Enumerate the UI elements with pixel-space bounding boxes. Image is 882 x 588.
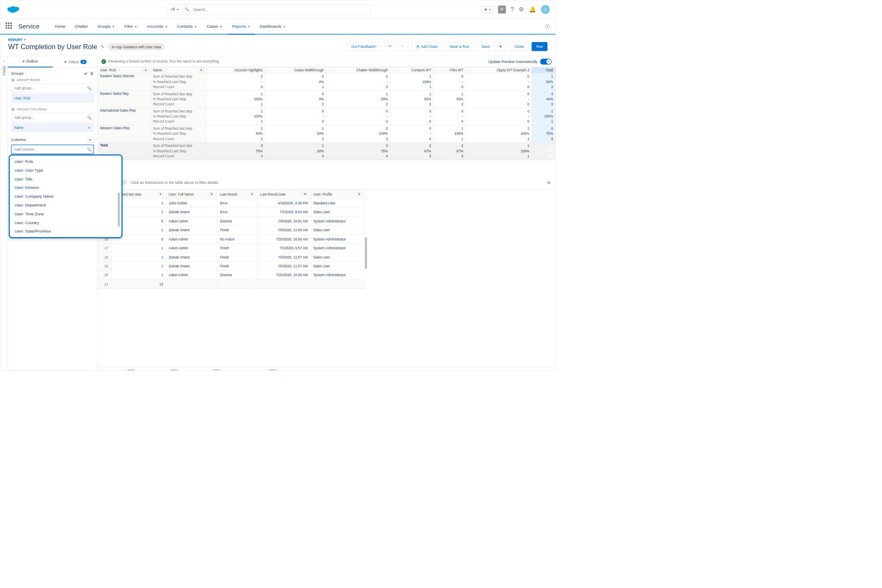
user-avatar[interactable] <box>541 5 550 14</box>
stacked-toggle[interactable] <box>267 370 279 371</box>
edit-title-icon[interactable]: ✎ <box>101 44 104 50</box>
feedback-button[interactable]: Got Feedback? <box>346 42 381 51</box>
grand-total-toggle[interactable] <box>211 370 223 371</box>
nav-chatter[interactable]: Chatter <box>70 19 93 34</box>
auto-preview-toggle[interactable] <box>540 59 552 65</box>
delete-icon[interactable]: 🗑 <box>90 71 94 76</box>
save-menu-button[interactable]: ▼ <box>494 42 507 51</box>
nav-info-icon[interactable]: ⓘ <box>545 23 550 29</box>
save-button[interactable]: Save <box>477 42 494 51</box>
run-button[interactable]: Run <box>532 42 548 51</box>
nav-accounts[interactable]: Accounts▼ <box>142 19 172 34</box>
expand-fields-icon[interactable]: › <box>3 59 5 63</box>
search-scope[interactable]: All▼ <box>168 4 182 14</box>
group-cols-label: ▥GROUP COLUMNS <box>11 107 94 111</box>
detail-scrollbar[interactable] <box>365 237 367 269</box>
search-icon: 🔍 <box>87 147 92 152</box>
group-cols-input[interactable] <box>11 113 94 122</box>
close-detail-icon[interactable]: ✕ <box>547 180 551 186</box>
group-col-pill[interactable]: Name✕ <box>11 123 94 132</box>
help-icon[interactable]: ? <box>511 6 514 13</box>
redo-button[interactable]: ↷ <box>396 42 408 51</box>
dropdown-item[interactable]: User: Country <box>10 218 121 227</box>
filters-tab[interactable]: ▼Filters2 <box>52 56 97 68</box>
group-rows-input[interactable] <box>11 84 94 92</box>
object-label[interactable]: REPORT▼ <box>8 38 165 42</box>
fields-rail-label[interactable]: Fields <box>2 65 6 76</box>
undo-button[interactable]: ↶ <box>384 42 396 51</box>
dropdown-item[interactable]: User: Department <box>10 201 121 209</box>
save-run-button[interactable]: Save & Run <box>445 42 474 51</box>
preview-status-icon: ✓ <box>101 59 106 64</box>
dropdown-item[interactable]: User: User Type <box>10 166 121 175</box>
global-add-button[interactable]: + <box>498 5 506 13</box>
detail-rows-toggle[interactable] <box>168 370 180 371</box>
report-title: WT Completion by User Role <box>8 43 97 51</box>
dropdown-item[interactable]: User: Title <box>10 175 121 183</box>
filter-icon: ▼ <box>63 60 67 64</box>
search-input[interactable] <box>191 7 371 11</box>
outline-tab[interactable]: ≡Outline <box>8 56 52 68</box>
nav-home[interactable]: Home <box>50 19 70 34</box>
favorites-button[interactable]: ★▼ <box>482 6 493 13</box>
nav-dashboards[interactable]: Dashboards▼ <box>255 19 291 34</box>
nav-cases[interactable]: Cases▼ <box>202 19 227 34</box>
group-rows-label: ▤GROUP ROWS <box>11 78 94 82</box>
app-name: Service <box>18 23 39 30</box>
search-icon: 🔍 <box>87 115 92 120</box>
setup-gear-icon[interactable]: ⚙ <box>519 6 524 13</box>
remove-icon[interactable]: ✕ <box>88 125 91 129</box>
group-row-pill[interactable]: User: Role <box>11 94 94 102</box>
columns-section-title: Columns <box>11 138 26 142</box>
info-icon: ⓘ <box>122 180 126 185</box>
report-type-badge: In-App Guidance with User Data <box>108 43 165 50</box>
detail-hint: Click an intersection in the table above… <box>131 180 219 185</box>
columns-menu-button[interactable]: ▼ <box>87 137 94 143</box>
dropdown-item[interactable]: User: Time Zone <box>10 209 121 218</box>
groups-section-title: Groups <box>11 71 24 76</box>
dropdown-item[interactable]: User: Role <box>10 157 121 166</box>
auto-preview-label: Update Preview Automatically <box>488 59 538 63</box>
global-search[interactable]: All▼ 🔍 <box>168 4 371 15</box>
nav-groups[interactable]: Groups▼ <box>93 19 120 34</box>
preview-message: Previewing a limited number of records. … <box>108 60 220 63</box>
dropdown-scrollbar[interactable] <box>118 193 120 227</box>
add-chart-button[interactable]: ◔Add Chart <box>412 42 442 51</box>
column-dropdown: User: Role User: User Type User: Title U… <box>9 154 123 238</box>
salesforce-logo[interactable] <box>5 5 19 14</box>
nav-files[interactable]: Files▼ <box>120 19 142 34</box>
search-icon: 🔍 <box>87 86 92 90</box>
dropdown-item[interactable]: User: Company Name <box>10 192 121 201</box>
dropdown-item[interactable]: User: State/Province <box>10 227 121 236</box>
nav-contacts[interactable]: Contacts▼ <box>172 19 202 34</box>
search-icon: 🔍 <box>185 8 189 11</box>
dropdown-item[interactable]: User: Division <box>10 183 121 192</box>
row-counts-toggle[interactable] <box>125 370 137 371</box>
nav-reports[interactable]: Reports▼ <box>227 19 255 34</box>
swap-icon[interactable]: ⇄ <box>84 71 87 76</box>
notifications-icon[interactable]: 🔔 <box>529 6 536 13</box>
close-button[interactable]: Close <box>510 42 528 51</box>
add-column-input[interactable] <box>11 145 94 154</box>
app-launcher-icon[interactable] <box>5 22 13 30</box>
